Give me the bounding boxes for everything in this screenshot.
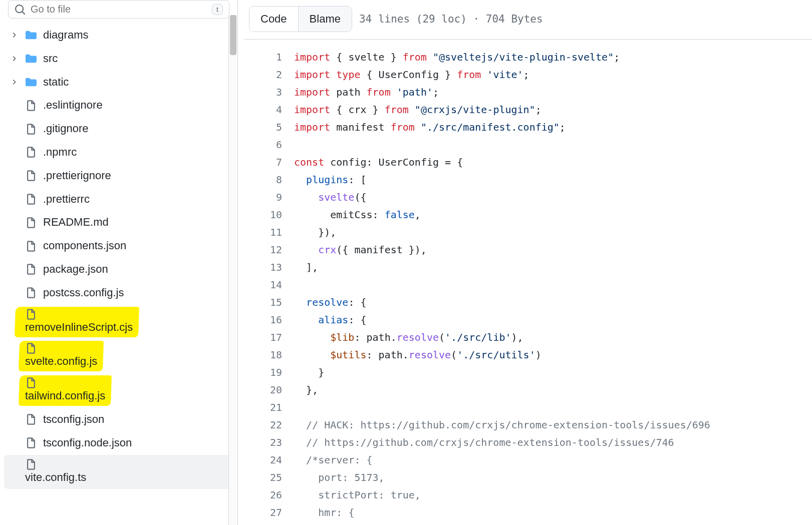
- tree-item-label: components.json: [43, 238, 126, 254]
- line-number[interactable]: 7: [244, 154, 282, 171]
- line-number[interactable]: 18: [244, 346, 282, 364]
- tree-item-tsconfig-json[interactable]: tsconfig.json: [4, 408, 233, 431]
- folder-icon: [25, 30, 37, 41]
- tree-item-label: package.json: [43, 262, 108, 277]
- file-search[interactable]: t: [8, 0, 229, 19]
- code-line: $lib: path.resolve('./src/lib'),: [294, 329, 812, 346]
- file-icon: [25, 100, 37, 111]
- code-line: /*server: {: [294, 451, 812, 469]
- tab-code[interactable]: Code: [249, 7, 298, 32]
- code-line: hmr: {: [294, 504, 812, 521]
- line-number[interactable]: 27: [244, 504, 282, 521]
- file-icon: [25, 414, 37, 425]
- line-number[interactable]: 14: [244, 276, 282, 294]
- line-number[interactable]: 10: [244, 206, 282, 224]
- sidebar-scrollbar[interactable]: [228, 15, 237, 525]
- tree-item-label: tailwind.config.js: [25, 389, 105, 402]
- line-number[interactable]: 16: [244, 311, 282, 329]
- tree-item-label: .gitignore: [43, 121, 89, 137]
- tree-item-removeinlinescript-cjs[interactable]: removeInlineScript.cjs: [4, 305, 233, 339]
- tree-item-tailwind-config-js[interactable]: tailwind.config.js: [4, 373, 233, 408]
- code-line: // HACK: https://github.com/crxjs/chrome…: [294, 416, 812, 434]
- line-number[interactable]: 23: [244, 434, 282, 451]
- file-icon: [25, 217, 37, 228]
- line-number[interactable]: 19: [244, 364, 282, 381]
- tree-item--prettierrc[interactable]: .prettierrc: [4, 188, 233, 211]
- line-number[interactable]: 9: [244, 189, 282, 206]
- code-line: [294, 399, 812, 416]
- line-number[interactable]: 17: [244, 329, 282, 346]
- tree-item-svelte-config-js[interactable]: svelte.config.js: [4, 339, 233, 373]
- file-tree-sidebar: t diagramssrcstatic.eslintignore.gitigno…: [0, 0, 238, 525]
- tree-item-label: vite.config.ts: [25, 471, 86, 483]
- line-number[interactable]: 15: [244, 294, 282, 311]
- sidebar-scrollbar-thumb[interactable]: [230, 15, 236, 55]
- chevron-right-icon[interactable]: [9, 79, 19, 86]
- tree-item-label: .eslintignore: [43, 98, 103, 113]
- tree-item-label: .npmrc: [43, 145, 77, 160]
- line-number[interactable]: 26: [244, 486, 282, 504]
- file-icon: [25, 459, 37, 470]
- view-mode-toggle: Code Blame: [249, 6, 352, 32]
- tree-item-label: src: [43, 51, 58, 67]
- file-icon: [25, 287, 37, 298]
- tree-item--gitignore[interactable]: .gitignore: [4, 117, 233, 141]
- line-number[interactable]: 6: [244, 136, 282, 154]
- tab-blame[interactable]: Blame: [298, 7, 352, 32]
- file-icon: [25, 170, 37, 181]
- code-content[interactable]: import { svelte } from "@sveltejs/vite-p…: [294, 40, 812, 525]
- tree-item--prettierignore[interactable]: .prettierignore: [4, 164, 233, 188]
- chevron-right-icon[interactable]: [9, 32, 19, 39]
- tree-item-readme-md[interactable]: README.md: [4, 211, 233, 234]
- code-line: [294, 136, 812, 154]
- line-number[interactable]: 4: [244, 101, 282, 119]
- file-icon: [25, 194, 37, 205]
- tree-item-label: postcss.config.js: [43, 285, 124, 301]
- line-number[interactable]: 8: [244, 171, 282, 189]
- line-number[interactable]: 24: [244, 451, 282, 469]
- code-line: [294, 276, 812, 294]
- file-view: Code Blame 34 lines (29 loc) · 704 Bytes…: [238, 0, 812, 525]
- tree-item-postcss-config-js[interactable]: postcss.config.js: [4, 281, 233, 305]
- chevron-right-icon[interactable]: [9, 55, 19, 62]
- tree-item-src[interactable]: src: [4, 47, 233, 71]
- tree-item-label: .prettierignore: [43, 168, 111, 184]
- line-number[interactable]: 2: [244, 66, 282, 84]
- line-number[interactable]: 12: [244, 241, 282, 259]
- file-icon: [25, 147, 37, 158]
- tree-item--npmrc[interactable]: .npmrc: [4, 141, 233, 164]
- code-line: import { svelte } from "@sveltejs/vite-p…: [294, 49, 812, 66]
- code-line: },: [294, 381, 812, 399]
- code-line: svelte({: [294, 189, 812, 206]
- file-search-input[interactable]: [31, 4, 207, 15]
- folder-icon: [25, 53, 37, 64]
- tree-item-package-json[interactable]: package.json: [4, 258, 233, 281]
- code-line: strictPort: true,: [294, 486, 812, 504]
- line-number[interactable]: 1: [244, 49, 282, 66]
- line-number[interactable]: 25: [244, 469, 282, 486]
- line-number[interactable]: 22: [244, 416, 282, 434]
- tree-item-components-json[interactable]: components.json: [4, 234, 233, 258]
- line-number[interactable]: 11: [244, 224, 282, 241]
- line-number[interactable]: 13: [244, 259, 282, 276]
- tree-item-static[interactable]: static: [4, 71, 233, 94]
- file-icon: [25, 241, 37, 252]
- code-line: ],: [294, 259, 812, 276]
- tree-item-label: diagrams: [43, 28, 88, 43]
- file-icon: [25, 377, 37, 388]
- code-line: }: [294, 364, 812, 381]
- code-line: emitCss: false,: [294, 206, 812, 224]
- code-line: crx({ manifest }),: [294, 241, 812, 259]
- tree-item-diagrams[interactable]: diagrams: [4, 24, 233, 47]
- line-number[interactable]: 3: [244, 84, 282, 101]
- tree-item--eslintignore[interactable]: .eslintignore: [4, 94, 233, 117]
- code-line: plugins: [: [294, 171, 812, 189]
- line-number[interactable]: 21: [244, 399, 282, 416]
- line-number[interactable]: 5: [244, 119, 282, 136]
- search-shortcut: t: [212, 4, 223, 15]
- code-line: const config: UserConfig = {: [294, 154, 812, 171]
- tree-item-vite-config-ts[interactable]: vite.config.ts: [4, 455, 233, 489]
- line-number[interactable]: 20: [244, 381, 282, 399]
- code-line: $utils: path.resolve('./src/utils'): [294, 346, 812, 364]
- tree-item-tsconfig-node-json[interactable]: tsconfig.node.json: [4, 431, 233, 455]
